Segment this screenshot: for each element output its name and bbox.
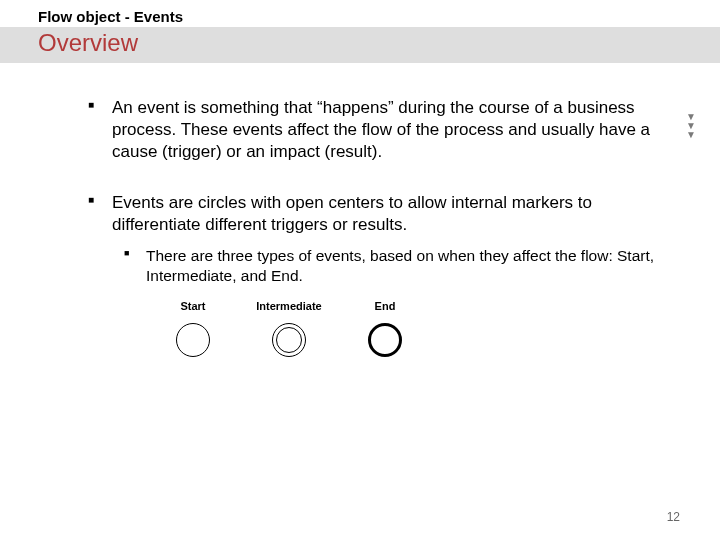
title-bar: Overview [0,27,720,63]
bullet-2: Events are circles with open centers to … [74,192,660,357]
slide-header: Flow object - Events Overview [0,0,720,63]
diagram-label-intermediate: Intermediate [256,299,321,313]
page-number: 12 [667,510,680,524]
diagram-label-end: End [375,299,396,313]
sub-bullet-1-text: There are three types of events, based o… [146,247,654,284]
bullet-1-text: An event is something that “happens” dur… [112,98,650,161]
diagram-label-start: Start [180,299,205,313]
bullet-2-text: Events are circles with open centers to … [112,193,592,234]
bullet-1: An event is something that “happens” dur… [74,97,660,162]
sub-bullet-list: There are three types of events, based o… [112,246,660,358]
event-types-diagram: Start Intermediate End [146,299,660,357]
bullet-list: An event is something that “happens” dur… [74,97,660,357]
end-event-icon [368,323,402,357]
collapse-arrows-icon: ▼▼▼ [686,112,696,139]
diagram-col-end: End [346,299,424,357]
intermediate-event-icon [272,323,306,357]
supertitle: Flow object - Events [0,8,720,27]
diagram-col-start: Start [154,299,232,357]
start-event-icon [176,323,210,357]
slide-title: Overview [38,29,720,57]
slide: Flow object - Events Overview ▼▼▼ An eve… [0,0,720,540]
slide-body: An event is something that “happens” dur… [0,63,720,357]
diagram-col-intermediate: Intermediate [250,299,328,357]
sub-bullet-1: There are three types of events, based o… [112,246,660,358]
